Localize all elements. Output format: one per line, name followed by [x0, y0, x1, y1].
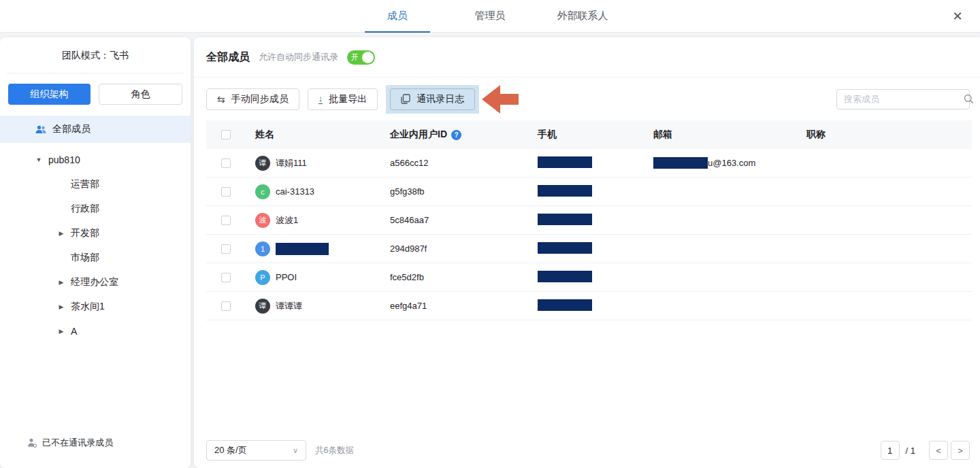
row-checkbox[interactable] [221, 273, 231, 282]
sidebar-item-label: 已不在通讯录成员 [42, 437, 113, 449]
column-header-email: 邮箱 [653, 129, 806, 141]
panel-header: 全部成员 允许自动同步通讯录 开 [194, 37, 980, 78]
auto-sync-toggle[interactable]: 开 [347, 50, 375, 65]
search-box [836, 89, 970, 110]
table-row: c cai-31313 g5fg38fb [206, 178, 972, 206]
row-checkbox[interactable] [221, 158, 231, 168]
department-tree-item[interactable]: 运营部 [0, 172, 191, 197]
annotation-arrow-icon [482, 85, 519, 114]
tree-caret-icon[interactable]: ▶ [56, 279, 66, 286]
sidebar-item-former-members[interactable]: 已不在通讯录成员 [27, 437, 113, 449]
tree-caret-icon[interactable]: ▶ [56, 230, 66, 237]
row-checkbox[interactable] [221, 244, 231, 254]
row-checkbox[interactable] [221, 187, 231, 197]
total-pages-label: / 1 [906, 446, 915, 456]
tab-group: 成员 管理员 外部联系人 [365, 0, 615, 33]
column-header-title: 职称 [806, 129, 972, 141]
member-name: cai-31313 [276, 186, 314, 197]
avatar: c [255, 184, 270, 199]
phone-redaction-bar [538, 156, 592, 168]
next-page-button[interactable]: > [951, 441, 970, 460]
help-icon[interactable]: ? [451, 130, 461, 140]
sidebar-item-label: 全部成员 [52, 123, 91, 135]
member-user-id: g5fg38fb [390, 186, 538, 197]
department-tree-item[interactable]: ▼ pub810 [0, 148, 191, 172]
department-label: 市场部 [71, 252, 99, 264]
tab-admins[interactable]: 管理员 [457, 0, 523, 33]
department-tree-item[interactable]: 市场部 [0, 246, 191, 270]
department-label: 运营部 [71, 178, 99, 190]
row-checkbox[interactable] [221, 301, 231, 311]
department-label: 行政部 [71, 203, 99, 215]
email-redaction-bar [653, 157, 708, 169]
button-label: 批量导出 [329, 93, 367, 105]
avatar: 1 [255, 241, 270, 256]
members-panel: 全部成员 允许自动同步通讯录 开 ⇆ 手动同步成员 ↓ 批量导出 通讯录 [194, 37, 980, 468]
member-user-id: 294d987f [390, 244, 538, 254]
phone-redaction-bar [538, 185, 592, 197]
department-label: 开发部 [71, 227, 99, 239]
table-row: 波 波波1 5c846aa7 [206, 206, 972, 235]
tab-external-contacts[interactable]: 外部联系人 [550, 0, 615, 33]
tab-members[interactable]: 成员 [365, 0, 430, 33]
phone-redaction-bar [538, 214, 592, 225]
person-leave-icon [27, 438, 37, 448]
phone-redaction-bar [538, 299, 592, 311]
department-tree-item[interactable]: ▶ 经理办公室 [0, 270, 191, 295]
row-checkbox[interactable] [221, 216, 231, 225]
top-tab-bar: 成员 管理员 外部联系人 ✕ [0, 0, 980, 33]
member-name: PPOI [276, 272, 297, 282]
close-icon[interactable]: ✕ [947, 0, 968, 33]
button-label: 通讯录日志 [416, 93, 464, 105]
search-input[interactable] [844, 94, 964, 104]
table-row: 谭 谭娟111 a566cc12 u@163.com [206, 149, 972, 178]
department-tree: ▼ pub810 运营部 行政部 ▶ 开发部 市场部 ▶ 经理办公室 ▶ 茶水间… [0, 143, 191, 344]
member-name: 谭娟111 [276, 157, 307, 169]
department-label: A [71, 326, 77, 337]
table-footer: 20 条/页 ∨ 共6条数据 1 / 1 < > [206, 440, 970, 461]
org-structure-button[interactable]: 组织架构 [8, 84, 91, 105]
department-tree-item[interactable]: ▶ A [0, 319, 191, 344]
contact-log-button[interactable]: 通讯录日志 [390, 88, 475, 110]
column-header-name: 姓名 [255, 129, 390, 141]
department-tree-item[interactable]: 行政部 [0, 197, 191, 221]
batch-export-button[interactable]: ↓ 批量导出 [308, 88, 378, 110]
people-icon [35, 125, 46, 134]
team-mode-label: 团队模式：飞书 [0, 37, 191, 62]
sidebar-item-all-members[interactable]: 全部成员 [0, 116, 191, 143]
member-user-id: eefg4a71 [390, 301, 538, 311]
column-header-phone: 手机 [538, 129, 653, 141]
member-name: 波波1 [276, 214, 298, 227]
department-tree-item[interactable]: ▶ 茶水间1 [0, 295, 191, 319]
table-body: 谭 谭娟111 a566cc12 u@163.com c cai-31313 g… [206, 149, 972, 320]
page-size-value: 20 条/页 [214, 444, 247, 456]
member-user-id: fce5d2fb [390, 272, 538, 282]
button-label: 手动同步成员 [231, 93, 289, 105]
sync-icon: ⇆ [217, 94, 225, 105]
tree-caret-icon[interactable]: ▶ [56, 328, 66, 335]
name-redaction-bar [276, 243, 329, 255]
member-user-id: a566cc12 [390, 158, 538, 168]
page-size-select[interactable]: 20 条/页 ∨ [206, 440, 306, 461]
members-table: 姓名 企业内用户ID ? 手机 邮箱 职称 谭 谭娟111 a566cc12 u… [206, 120, 972, 320]
member-user-id: 5c846aa7 [390, 215, 538, 225]
tree-caret-icon[interactable]: ▼ [34, 156, 44, 163]
department-tree-item[interactable]: ▶ 开发部 [0, 221, 191, 246]
prev-page-button[interactable]: < [929, 441, 948, 460]
department-label: 茶水间1 [71, 301, 105, 313]
table-row: 谭 谭谭谭 eefg4a71 [206, 292, 972, 320]
roles-button[interactable]: 角色 [99, 84, 182, 105]
toolbar: ⇆ 手动同步成员 ↓ 批量导出 通讯录日志 [194, 78, 980, 120]
department-label: pub810 [48, 154, 80, 165]
toggle-knob [362, 52, 374, 63]
department-label: 经理办公室 [71, 276, 118, 288]
select-all-checkbox[interactable] [221, 130, 231, 139]
avatar: 波 [255, 213, 270, 228]
table-row: 1 294d987f [206, 235, 972, 263]
avatar: 谭 [255, 299, 270, 314]
total-count-label: 共6条数据 [315, 445, 354, 456]
tree-caret-icon[interactable]: ▶ [56, 303, 66, 310]
manual-sync-button[interactable]: ⇆ 手动同步成员 [206, 88, 299, 110]
auto-sync-label: 允许自动同步通讯录 [259, 51, 338, 63]
current-page-box[interactable]: 1 [881, 441, 900, 460]
